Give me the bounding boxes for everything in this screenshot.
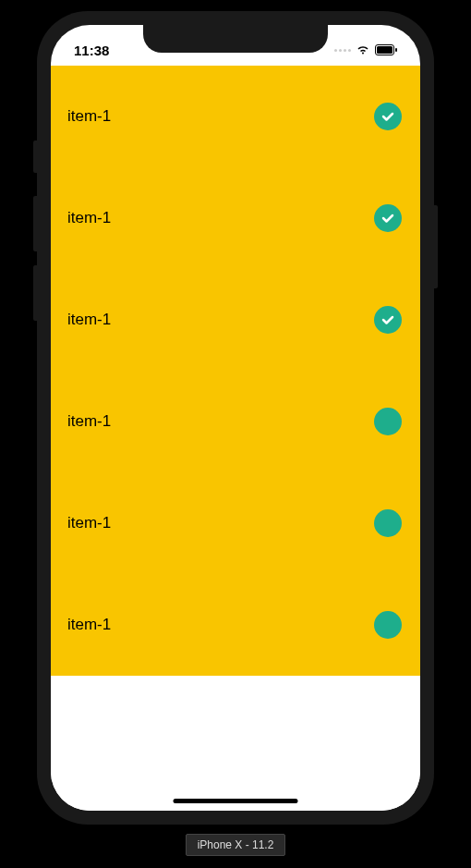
power-button — [434, 205, 438, 288]
silent-switch — [33, 141, 37, 173]
check-circle-unchecked[interactable] — [374, 611, 402, 639]
check-circle-unchecked[interactable] — [374, 509, 402, 537]
battery-icon — [375, 44, 397, 55]
checkmark-icon — [380, 109, 395, 124]
check-circle-checked[interactable] — [374, 103, 402, 130]
home-indicator[interactable] — [174, 799, 298, 803]
list-item[interactable]: item-1 — [51, 472, 420, 574]
svg-rect-2 — [395, 48, 397, 52]
device-label: iPhone X - 11.2 — [186, 834, 286, 856]
volume-up-button — [33, 196, 37, 251]
item-label: item-1 — [67, 514, 111, 532]
wifi-icon — [356, 44, 370, 55]
list-item[interactable]: item-1 — [51, 371, 420, 472]
svg-rect-1 — [377, 46, 392, 54]
content-area: item-1 item-1 — [51, 66, 420, 811]
item-label: item-1 — [67, 107, 111, 126]
list-item[interactable]: item-1 — [51, 167, 420, 269]
check-circle-checked[interactable] — [374, 306, 402, 334]
list-item[interactable]: item-1 — [51, 66, 420, 167]
checkmark-icon — [380, 211, 395, 226]
check-circle-unchecked[interactable] — [374, 408, 402, 435]
list-item[interactable]: item-1 — [51, 574, 420, 676]
item-label: item-1 — [67, 311, 111, 329]
signal-icon — [334, 49, 351, 52]
check-circle-checked[interactable] — [374, 204, 402, 232]
list-container: item-1 item-1 — [51, 66, 420, 676]
list-item[interactable]: item-1 — [51, 269, 420, 371]
item-label: item-1 — [67, 616, 111, 634]
volume-down-button — [33, 265, 37, 321]
item-label: item-1 — [67, 412, 111, 431]
checkmark-icon — [380, 312, 395, 327]
device-frame: 11:38 — [37, 11, 434, 825]
item-label: item-1 — [67, 209, 111, 227]
status-icons — [334, 35, 397, 55]
notch — [143, 25, 328, 53]
screen: 11:38 — [51, 25, 420, 811]
status-time: 11:38 — [74, 33, 109, 58]
